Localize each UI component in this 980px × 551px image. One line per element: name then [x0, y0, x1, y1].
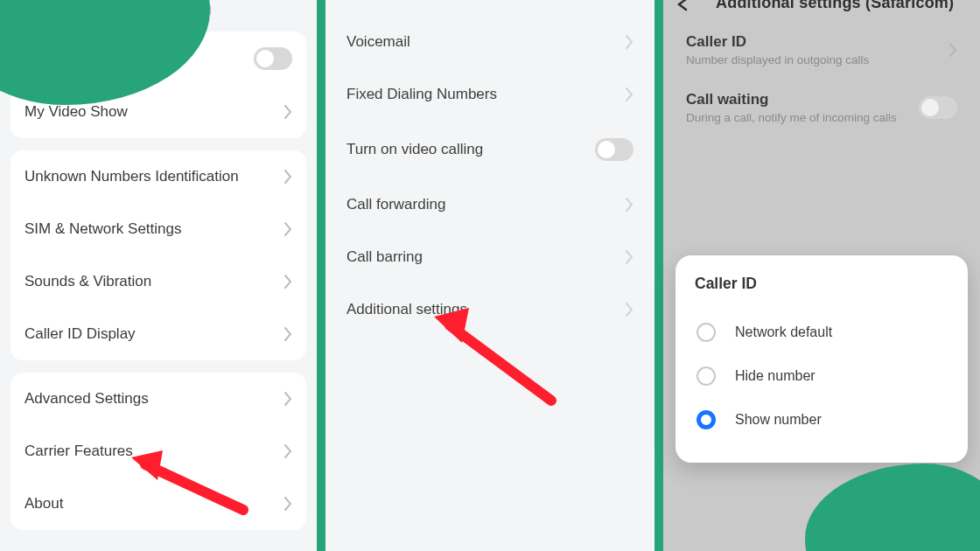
radio-unselected-icon [696, 366, 716, 386]
additional-settings-list: Caller ID Number displayed in outgoing c… [663, 21, 980, 136]
row-video-calling[interactable]: Turn on video calling [326, 121, 654, 178]
row-unknown-numbers[interactable]: Unknown Numbers Identification [10, 150, 306, 203]
chevron-right-icon [284, 497, 292, 511]
row-sounds-vibration[interactable]: Sounds & Vibration [10, 255, 306, 308]
row-label: Call forwarding [346, 196, 626, 213]
caller-id-sheet: Caller ID Network default Hide number Sh… [676, 255, 968, 463]
row-advanced-settings[interactable]: Advanced Settings [10, 373, 306, 425]
row-label: SIM & Network Settings [24, 220, 284, 238]
option-label: Hide number [735, 368, 816, 384]
toggle-off-icon[interactable] [254, 47, 292, 70]
header-cutoff: Additional settings (Safaricom) [663, 0, 980, 13]
chevron-right-icon [284, 392, 292, 406]
row-additional-settings[interactable]: Additional settings [326, 283, 654, 336]
row-label: Caller ID Display [24, 325, 284, 343]
row-label: Unknown Numbers Identification [24, 168, 284, 185]
chevron-right-icon [284, 222, 292, 236]
chevron-right-icon [284, 327, 292, 341]
row-call-forwarding[interactable]: Call forwarding [326, 178, 654, 231]
radio-unselected-icon [696, 323, 716, 342]
chevron-right-icon [284, 105, 292, 119]
row-label: Fixed Dialing Numbers [346, 86, 626, 103]
row-label: Turn on video calling [346, 141, 595, 158]
settings-group-2: Unknown Numbers Identification SIM & Net… [10, 150, 306, 360]
chevron-right-icon [626, 198, 634, 212]
row-label: About [24, 495, 284, 513]
chevron-right-icon [284, 444, 292, 458]
row-label: Advanced Settings [24, 390, 284, 408]
page-title-cut: Additional settings (Safaricom) [716, 0, 954, 12]
row-call-waiting[interactable]: Call waiting During a call, notify me of… [670, 79, 973, 136]
row-voicemail[interactable]: Voicemail [326, 16, 654, 68]
option-show-number[interactable]: Show number [695, 398, 948, 442]
back-icon[interactable] [676, 0, 693, 11]
toggle-off-icon[interactable] [595, 138, 634, 161]
row-label: Carrier Features [24, 443, 284, 460]
chevron-right-icon [284, 275, 292, 289]
settings-group-3: Advanced Settings Carrier Features About [10, 373, 306, 530]
row-label: Sounds & Vibration [24, 273, 284, 290]
row-fixed-dialing[interactable]: Fixed Dialing Numbers [326, 68, 654, 121]
row-label: Additional settings [346, 301, 626, 318]
row-carrier-features[interactable]: Carrier Features [10, 425, 306, 478]
row-sub: Number displayed in outgoing calls [686, 53, 949, 66]
row-sub: During a call, notify me of incoming cal… [686, 111, 919, 124]
row-label: Voicemail [346, 33, 626, 51]
toggle-off-icon[interactable] [919, 96, 957, 119]
row-call-barring[interactable]: Call barring [326, 231, 654, 283]
row-caller-id[interactable]: Caller ID Number displayed in outgoing c… [670, 21, 973, 79]
chevron-right-icon [626, 303, 634, 317]
option-label: Show number [735, 412, 822, 428]
chevron-right-icon [626, 87, 634, 101]
chevron-right-icon [949, 43, 957, 57]
row-title: Caller ID [686, 33, 949, 51]
row-sim-network[interactable]: SIM & Network Settings [10, 203, 306, 255]
row-label: Call barring [346, 248, 626, 266]
row-caller-id-display[interactable]: Caller ID Display [10, 308, 306, 360]
row-label: My Video Show [24, 103, 284, 121]
option-network-default[interactable]: Network default [695, 310, 948, 354]
chevron-right-icon [626, 35, 634, 49]
option-label: Network default [735, 324, 832, 340]
screenshot-panel-2: Voicemail Fixed Dialing Numbers Turn on … [326, 0, 654, 551]
row-about[interactable]: About [10, 478, 306, 530]
chevron-right-icon [284, 170, 292, 184]
option-hide-number[interactable]: Hide number [695, 354, 948, 398]
row-title: Call waiting [686, 91, 919, 108]
chevron-right-icon [626, 250, 634, 264]
sheet-title: Caller ID [695, 275, 948, 293]
radio-selected-icon [696, 410, 716, 429]
